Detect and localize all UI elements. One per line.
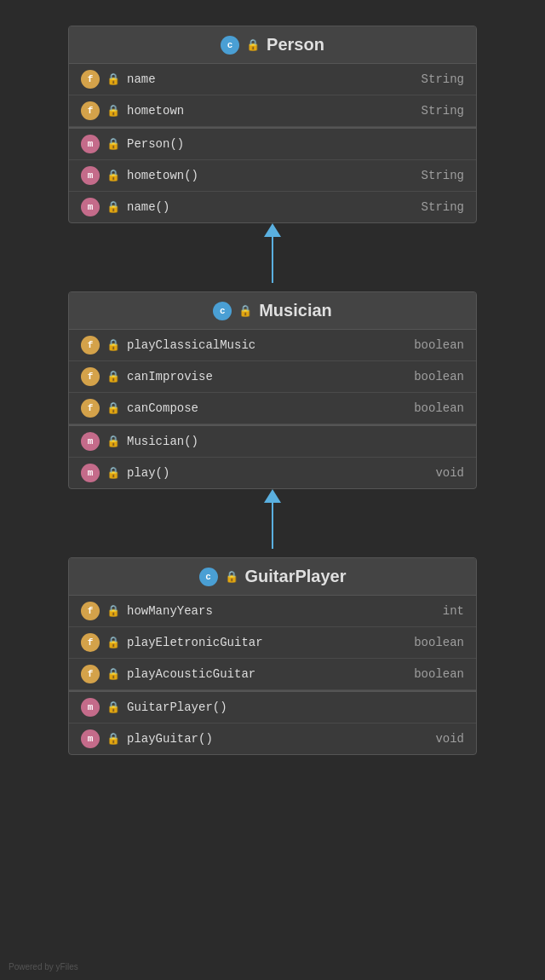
field-canCompose-type: boolean <box>414 401 464 415</box>
person-lock-icon: 🔒 <box>246 38 260 52</box>
field-lock-icon: 🔒 <box>106 604 120 618</box>
field-playEletronicGuitar-type: boolean <box>414 636 464 649</box>
method-playGuitar-label: playGuitar() <box>127 732 428 746</box>
connector-line <box>272 232 273 283</box>
guitarplayer-lock-icon: 🔒 <box>225 570 238 584</box>
watermark-text: Powered by yFiles <box>9 962 78 971</box>
method-lock-icon: 🔒 <box>106 435 120 448</box>
method-m-badge: m <box>81 166 100 185</box>
method-m-badge: m <box>81 729 100 748</box>
guitarplayer-field-playAcousticGuitar: f 🔒 playAcousticGuitar boolean <box>69 659 476 690</box>
person-class: c 🔒 Person f 🔒 name String f 🔒 hometown … <box>68 26 477 223</box>
field-howManyYears-label: howManyYears <box>127 604 436 618</box>
guitarplayer-header: c 🔒 GuitarPlayer <box>69 558 476 596</box>
musician-field-canCompose: f 🔒 canCompose boolean <box>69 393 476 424</box>
field-howManyYears-type: int <box>443 604 464 618</box>
field-lock-icon: 🔒 <box>106 370 120 383</box>
method-name-label: name() <box>127 200 415 214</box>
method-lock-icon: 🔒 <box>106 732 120 746</box>
musician-header: c 🔒 Musician <box>69 292 476 330</box>
field-lock-icon: 🔒 <box>106 667 120 681</box>
method-lock-icon: 🔒 <box>106 169 120 182</box>
musician-class-badge: c <box>213 302 232 320</box>
field-canCompose-label: canCompose <box>127 401 407 415</box>
person-method-name: m 🔒 name() String <box>69 192 476 222</box>
person-class-badge: c <box>221 36 239 55</box>
guitarplayer-field-playEletronicGuitar: f 🔒 playEletronicGuitar boolean <box>69 627 476 659</box>
field-f-badge: f <box>81 101 100 120</box>
guitarplayer-class-badge: c <box>199 568 218 586</box>
field-lock-icon: 🔒 <box>106 104 120 118</box>
field-f-badge: f <box>81 399 100 418</box>
method-lock-icon: 🔒 <box>106 200 120 214</box>
field-f-badge: f <box>81 633 100 652</box>
field-lock-icon: 🔒 <box>106 72 120 86</box>
musician-lock-icon: 🔒 <box>238 304 252 318</box>
connector-person-musician <box>272 223 273 291</box>
method-m-badge: m <box>81 432 100 451</box>
method-playGuitar-type: void <box>435 732 464 746</box>
method-lock-icon: 🔒 <box>106 700 120 714</box>
musician-class-title: Musician <box>259 301 332 320</box>
connector-musician-guitarplayer <box>272 489 273 557</box>
guitarplayer-field-howManyYears: f 🔒 howManyYears int <box>69 596 476 627</box>
field-canImprovise-type: boolean <box>414 370 464 383</box>
field-playClassicalMusic-label: playClassicalMusic <box>127 338 407 352</box>
field-hometown-type: String <box>422 104 464 118</box>
method-m-badge: m <box>81 698 100 717</box>
field-name-type: String <box>422 72 464 86</box>
method-m-badge: m <box>81 135 100 153</box>
field-f-badge: f <box>81 70 100 89</box>
method-name-type: String <box>422 200 464 214</box>
guitarplayer-method-constructor: m 🔒 GuitarPlayer() <box>69 690 476 723</box>
field-f-badge: f <box>81 336 100 355</box>
guitarplayer-class: c 🔒 GuitarPlayer f 🔒 howManyYears int f … <box>68 557 477 755</box>
person-field-name: f 🔒 name String <box>69 64 476 95</box>
field-lock-icon: 🔒 <box>106 636 120 649</box>
field-f-badge: f <box>81 602 100 620</box>
connector-line <box>272 498 273 549</box>
method-hometown-type: String <box>422 169 464 182</box>
musician-class: c 🔒 Musician f 🔒 playClassicalMusic bool… <box>68 291 477 489</box>
field-playClassicalMusic-type: boolean <box>414 338 464 352</box>
field-playAcousticGuitar-label: playAcousticGuitar <box>127 667 407 681</box>
method-m-badge: m <box>81 464 100 482</box>
field-playEletronicGuitar-label: playEletronicGuitar <box>127 636 407 649</box>
method-musician-constructor-label: Musician() <box>127 435 457 448</box>
musician-method-constructor: m 🔒 Musician() <box>69 424 476 458</box>
guitarplayer-class-title: GuitarPlayer <box>245 567 347 586</box>
field-lock-icon: 🔒 <box>106 338 120 352</box>
method-hometown-label: hometown() <box>127 169 415 182</box>
field-playAcousticGuitar-type: boolean <box>414 667 464 681</box>
musician-field-canImprovise: f 🔒 canImprovise boolean <box>69 361 476 393</box>
method-play-label: play() <box>127 466 428 480</box>
field-lock-icon: 🔒 <box>106 401 120 415</box>
method-m-badge: m <box>81 198 100 216</box>
method-play-type: void <box>435 466 464 480</box>
method-guitarplayer-constructor-label: GuitarPlayer() <box>127 700 457 714</box>
method-lock-icon: 🔒 <box>106 466 120 480</box>
arrow-up <box>264 223 281 237</box>
person-field-hometown: f 🔒 hometown String <box>69 95 476 127</box>
field-f-badge: f <box>81 665 100 683</box>
person-method-constructor: m 🔒 Person() <box>69 127 476 160</box>
musician-method-play: m 🔒 play() void <box>69 458 476 488</box>
field-name-label: name <box>127 72 415 86</box>
person-header: c 🔒 Person <box>69 26 476 64</box>
method-lock-icon: 🔒 <box>106 137 120 151</box>
musician-field-playClassicalMusic: f 🔒 playClassicalMusic boolean <box>69 330 476 361</box>
arrow-up <box>264 489 281 503</box>
person-method-hometown: m 🔒 hometown() String <box>69 160 476 192</box>
person-class-title: Person <box>267 35 324 55</box>
field-hometown-label: hometown <box>127 104 415 118</box>
method-person-constructor-label: Person() <box>127 137 457 151</box>
field-canImprovise-label: canImprovise <box>127 370 407 383</box>
guitarplayer-method-playGuitar: m 🔒 playGuitar() void <box>69 723 476 754</box>
field-f-badge: f <box>81 367 100 386</box>
diagram-container: c 🔒 Person f 🔒 name String f 🔒 hometown … <box>68 26 477 755</box>
